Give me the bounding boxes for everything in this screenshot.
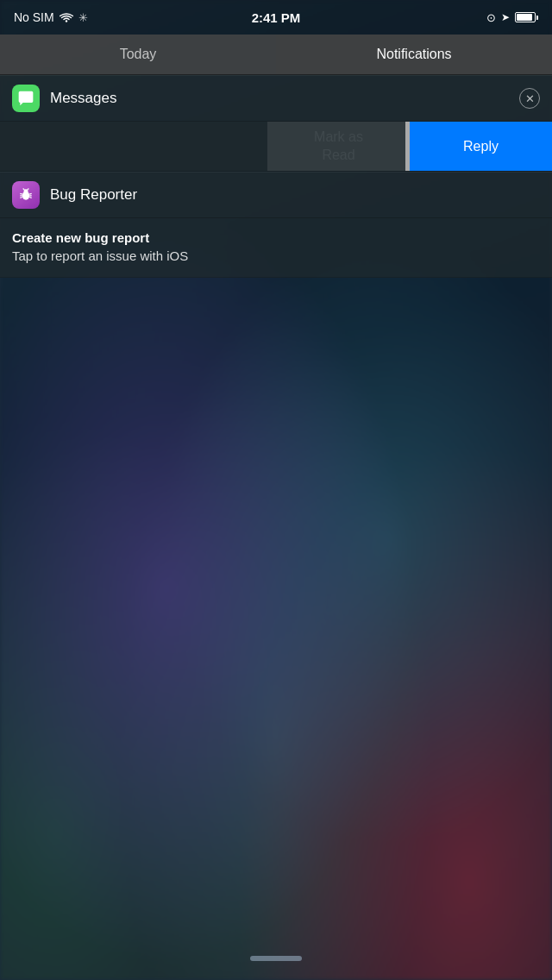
tab-notifications[interactable]: Notifications (276, 35, 552, 74)
wifi-icon (60, 12, 73, 22)
messages-header: Messages ✕ (0, 75, 552, 122)
time-display: 2:41 PM (252, 10, 301, 25)
svg-line-7 (20, 198, 22, 198)
messages-title: Messages (50, 90, 519, 107)
bug-reporter-notification[interactable]: Create new bug report Tap to report an i… (0, 218, 552, 278)
notification-time: 2m ago (0, 130, 393, 143)
bug-reporter-title: Bug Reporter (50, 186, 540, 204)
bug-report-title: Create new bug report (12, 230, 540, 245)
messages-notification-row[interactable]: Mark as Read Reply 2m ago n Ugg boots? (0, 122, 552, 172)
bug-report-subtitle: Tap to report an issue with iOS (12, 248, 540, 263)
tab-bar: Today Notifications (0, 35, 552, 75)
status-bar: No SIM ✳ 2:41 PM ⊙ ➤ (0, 0, 552, 35)
carrier-label: No SIM (14, 10, 54, 24)
svg-point-0 (65, 20, 66, 22)
tab-today[interactable]: Today (0, 35, 276, 74)
svg-line-8 (29, 193, 31, 194)
status-right: ⊙ ➤ (486, 11, 538, 24)
home-indicator[interactable] (250, 956, 302, 961)
activity-icon: ✳ (78, 11, 88, 24)
svg-line-4 (28, 189, 29, 191)
svg-line-10 (29, 198, 31, 198)
svg-line-3 (23, 189, 25, 191)
bug-reporter-header: Bug Reporter (0, 172, 552, 218)
battery-indicator (515, 12, 538, 22)
location-icon: ➤ (501, 11, 510, 23)
notification-center: Today Notifications Messages ✕ Mark as R… (0, 35, 552, 278)
messages-app-icon (12, 85, 40, 112)
home-area (0, 937, 552, 980)
messages-section: Messages ✕ Mark as Read Reply 2m ago n U… (0, 75, 552, 172)
status-left: No SIM ✳ (14, 10, 88, 24)
bug-reporter-section: Bug Reporter Create new bug report Tap t… (0, 172, 552, 278)
notification-message: n Ugg boots? (0, 146, 393, 160)
messages-notification-content: 2m ago n Ugg boots? (0, 122, 405, 171)
svg-line-5 (20, 193, 22, 194)
messages-close-button[interactable]: ✕ (519, 88, 540, 109)
lock-icon: ⊙ (486, 11, 496, 24)
reply-button[interactable]: Reply (410, 122, 552, 171)
bug-reporter-app-icon (12, 181, 40, 209)
